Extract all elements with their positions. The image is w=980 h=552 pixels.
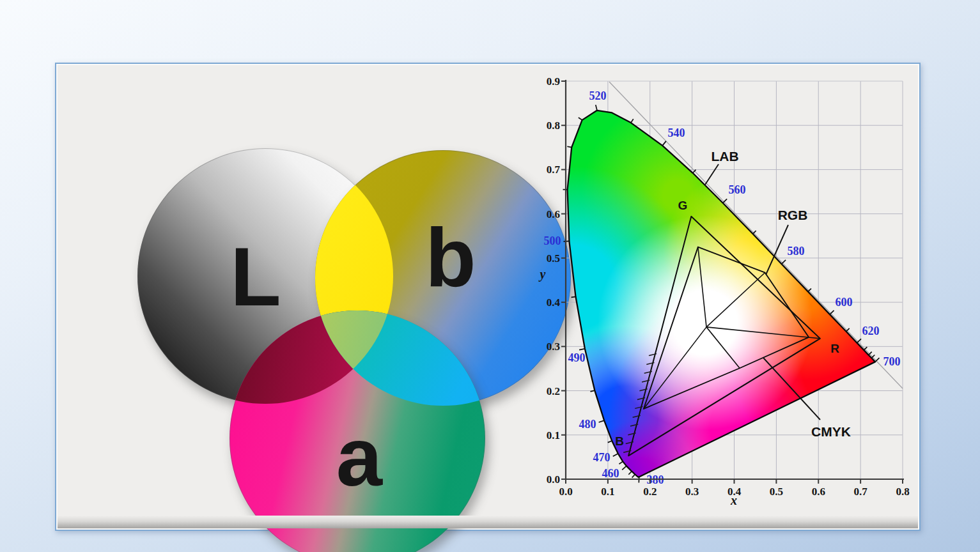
- slide: L b a 3804604704804905005205405605806006…: [0, 0, 980, 552]
- letter-a: a: [336, 415, 382, 498]
- panel-bottom-shade: [58, 516, 918, 528]
- lab-venn-figure: L b a: [113, 128, 589, 552]
- letter-L: L: [230, 235, 281, 318]
- letter-b: b: [425, 216, 476, 299]
- figure-panel: L b a: [55, 63, 921, 531]
